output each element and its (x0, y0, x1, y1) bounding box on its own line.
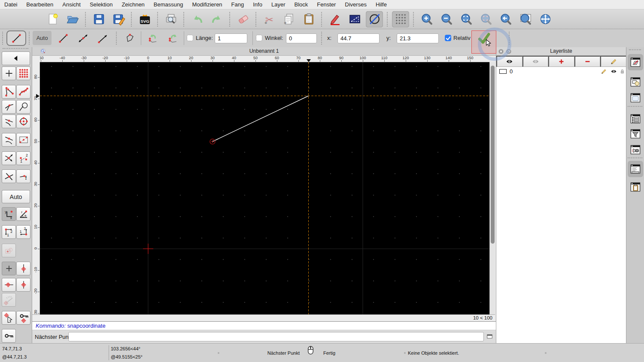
snap-free-button[interactable] (2, 66, 16, 80)
angle-input[interactable] (286, 33, 317, 43)
grid-dots-button[interactable] (392, 11, 409, 27)
command-input[interactable] (68, 332, 484, 341)
restrict-angle-button[interactable] (2, 293, 16, 307)
menu-bemassung[interactable]: Bemassung (154, 1, 183, 8)
show-all-layers-button[interactable] (496, 56, 522, 67)
add-layer-button[interactable] (548, 56, 574, 67)
zoom-auto-button[interactable] (458, 11, 475, 27)
auto-mode-button[interactable]: Auto (33, 31, 52, 45)
confirm-button[interactable] (474, 30, 494, 46)
save-as-button[interactable] (110, 11, 127, 27)
dock-library-toggle-button[interactable] (628, 90, 643, 106)
command-panel-toggle-button[interactable] (486, 333, 494, 341)
redo-button[interactable] (208, 11, 225, 27)
zoom-out-button[interactable] (438, 11, 455, 27)
scrollbar-thumb[interactable] (491, 66, 495, 244)
menu-selektion[interactable]: Selektion (90, 1, 112, 8)
open-folder-button[interactable] (64, 11, 81, 27)
dock-filter-toggle-button[interactable] (628, 126, 643, 142)
lock-zero-button[interactable] (2, 329, 16, 343)
menu-block[interactable]: Block (294, 1, 308, 8)
eraser-button[interactable] (234, 11, 252, 27)
set-relative-zero-button[interactable] (2, 311, 16, 325)
restrict-vertical-button[interactable] (16, 278, 30, 292)
select-rect-button[interactable] (346, 11, 363, 27)
menu-modifizieren[interactable]: Modifizieren (192, 1, 222, 8)
restrict-horizontal-button[interactable] (2, 278, 16, 292)
menu-bearbeiten[interactable]: Bearbeiten (26, 1, 53, 8)
snap-endpoints-button[interactable] (2, 85, 16, 99)
layer-visibility-icon[interactable] (611, 68, 617, 75)
svg-export-button[interactable]: SVG (136, 11, 153, 27)
angle-checkbox[interactable] (256, 35, 262, 41)
layer-edit-icon[interactable] (601, 68, 607, 75)
dock-projector-toggle-button[interactable] (628, 142, 643, 158)
hide-all-layers-button[interactable] (522, 56, 549, 67)
restrict-shape-button[interactable] (2, 244, 16, 257)
restrict-orthogonal-button[interactable] (16, 262, 30, 275)
coord-polar-button[interactable]: ra (16, 207, 30, 221)
new-file-button[interactable] (44, 11, 61, 27)
zoom-previous-button[interactable] (497, 11, 514, 27)
vertical-scrollbar[interactable] (489, 62, 495, 314)
zoom-in-button[interactable] (418, 11, 435, 27)
snap-distance-button[interactable]: 12 (16, 151, 30, 165)
line-2p-button[interactable] (54, 31, 72, 45)
snap-intersection-button[interactable] (2, 151, 16, 165)
current-tool-line-button[interactable] (6, 30, 26, 46)
undo-button[interactable] (188, 11, 206, 27)
x-input[interactable] (337, 33, 380, 43)
menu-layer[interactable]: Layer (271, 1, 286, 8)
snap-perpendicular-button[interactable] (2, 100, 16, 114)
edit-layer-button[interactable] (600, 56, 626, 67)
snap-on-entity-button[interactable] (2, 115, 16, 128)
save-button[interactable] (90, 11, 107, 27)
y-input[interactable] (397, 33, 439, 43)
menu-fenster[interactable]: Fenster (317, 1, 336, 8)
shape-undo-button[interactable] (144, 31, 162, 45)
layer-row[interactable]: 0 (496, 67, 626, 76)
snap-middle-button[interactable] (2, 133, 16, 147)
print-preview-button[interactable] (162, 11, 179, 27)
menu-datei[interactable]: Datei (4, 1, 17, 8)
edit-pencil-button[interactable] (326, 11, 343, 27)
lock-relative-zero-button[interactable] (16, 311, 30, 325)
zoom-window-button[interactable] (517, 11, 534, 27)
dock-block-toggle-button[interactable] (628, 74, 643, 90)
dock-clipboard-toggle-button[interactable] (628, 179, 643, 195)
snap-intersection-x-button[interactable] (2, 169, 16, 183)
auto-snap-button[interactable]: Auto (2, 190, 30, 203)
menu-info[interactable]: Info (253, 1, 262, 8)
dock-property-toggle-button[interactable] (628, 111, 643, 127)
length-checkbox[interactable] (187, 35, 193, 41)
toolbar-drag-handle[interactable] (2, 32, 6, 45)
ray-button[interactable] (94, 31, 112, 45)
menu-fang[interactable]: Fang (231, 1, 244, 8)
polygon-tool-button[interactable] (120, 31, 138, 45)
menu-hilfe[interactable]: Hilfe (376, 1, 387, 8)
dock-command-toggle-button[interactable] (628, 161, 643, 177)
rel-point-1-button[interactable]: 12 (2, 225, 16, 239)
relative-checkbox[interactable] (445, 35, 451, 41)
snap-tangent-button[interactable] (16, 100, 30, 114)
snap-points-on-entity-button[interactable] (16, 85, 30, 99)
dock-layer-toggle-button[interactable] (628, 54, 643, 70)
line-inf-button[interactable] (74, 31, 92, 45)
back-button[interactable] (2, 51, 30, 65)
remove-layer-button[interactable] (574, 56, 601, 67)
snap-reference-button[interactable] (16, 133, 30, 147)
pan-button[interactable] (537, 11, 554, 27)
snap-grid-button[interactable] (16, 66, 30, 80)
shape-redo-button[interactable] (164, 31, 182, 45)
zoom-selection-button[interactable] (477, 11, 495, 27)
snap-center-button[interactable] (16, 115, 30, 128)
cut-button[interactable]: ✂+ (261, 11, 278, 27)
coord-cartesian-button[interactable]: yx (2, 207, 16, 221)
drawing-canvas[interactable] (40, 62, 489, 314)
snap-exclude-button[interactable]: ! (16, 169, 30, 183)
menu-zeichnen[interactable]: Zeichnen (122, 1, 144, 8)
copy-button[interactable]: + (280, 11, 298, 27)
restrict-none-button[interactable] (2, 262, 16, 275)
toolbar-drag-handle[interactable] (629, 49, 641, 50)
menu-ansicht[interactable]: Ansicht (62, 1, 81, 8)
